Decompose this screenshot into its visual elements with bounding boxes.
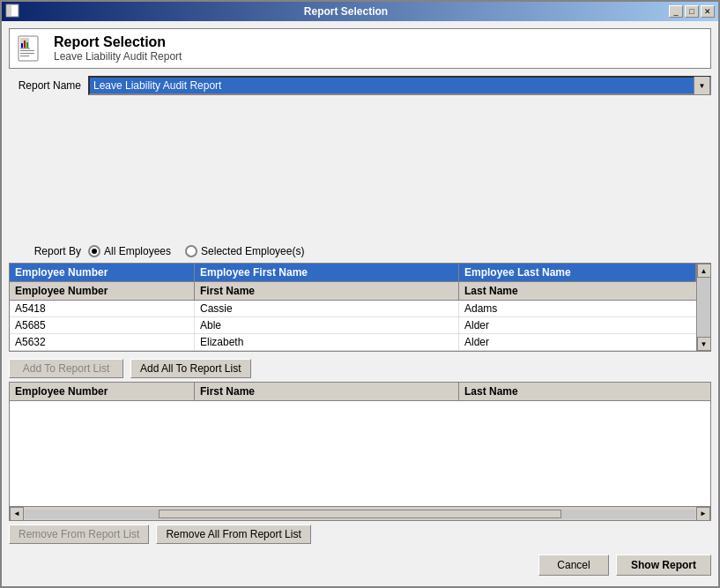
scroll-left-btn[interactable]: ◄ [10,507,24,521]
report-list-table-container: Employee Number First Name Last Name ◄ ► [9,382,711,521]
report-table-header: Employee Number First Name Last Name [10,383,710,401]
td-emp-number: A5685 [10,317,195,333]
report-name-row: Report Name Leave Liability Audit Report… [9,76,711,95]
svg-rect-8 [20,50,34,51]
title-bar-controls: _ □ ✕ [669,5,715,18]
svg-rect-6 [26,42,28,48]
radio-all-label: All Employees [104,245,171,257]
report-th-last-name: Last Name [459,383,710,400]
window-content: Report Selection Leave Liability Audit R… [2,21,718,586]
h-scroll-thumb [159,510,561,518]
remove-from-report-button[interactable]: Remove From Report List [9,525,149,544]
employee-table-main: Employee Number Employee First Name Empl… [10,264,696,351]
svg-rect-9 [20,53,34,54]
svg-rect-4 [21,43,23,48]
td-first-name: Cassie [195,301,459,316]
table-row[interactable]: A5685 Able Alder [10,317,696,334]
employee-table-selected-header: Employee Number Employee First Name Empl… [10,264,696,282]
window-icon [5,4,19,20]
radio-group: All Employees Selected Employee(s) [88,245,304,257]
td-first-name: Elizabeth [195,334,459,350]
header-subtitle: Leave Liability Audit Report [54,50,182,63]
report-name-label: Report Name [9,79,88,92]
td-emp-number: A5632 [10,334,195,350]
radio-selected-employees[interactable]: Selected Employee(s) [185,245,304,257]
header-title: Report Selection [54,34,182,50]
title-bar: Report Selection _ □ ✕ [2,2,718,21]
report-th-emp-number: Employee Number [10,383,195,400]
th-first-name: First Name [195,282,459,300]
add-buttons-row: Add To Report List Add All To Report Lis… [9,355,711,382]
scroll-up-btn[interactable]: ▲ [697,264,711,278]
close-button[interactable]: ✕ [701,5,715,18]
window-title: Report Selection [23,5,669,18]
employee-table-scrollbar[interactable]: ▲ ▼ [696,264,710,351]
header-text: Report Selection Leave Liability Audit R… [54,34,182,63]
radio-all-employees[interactable]: All Employees [88,245,171,257]
report-name-selected: Leave Liability Audit Report [90,78,694,93]
add-to-report-button[interactable]: Add To Report List [9,359,123,378]
employee-table-body[interactable]: A5418 Cassie Adams A5685 Able Alder A563… [10,301,696,351]
td-last-name: Adams [459,301,696,316]
action-buttons: Cancel Show Report [9,547,711,579]
report-name-arrow[interactable]: ▼ [694,77,709,94]
employee-table-container: Employee Number Employee First Name Empl… [9,263,711,352]
table-row[interactable]: A5632 Elizabeth Alder [10,334,696,351]
svg-rect-1 [7,5,11,16]
td-emp-number: A5418 [10,301,195,316]
table-row[interactable]: A5418 Cassie Adams [10,301,696,317]
th-emp-number-selected: Employee Number [10,264,195,281]
scroll-track [698,278,710,337]
svg-rect-10 [20,56,29,56]
remove-buttons-row: Remove From Report List Remove All From … [9,521,711,547]
th-last-name: Last Name [459,282,696,300]
td-last-name: Alder [459,317,696,333]
spacer-area [9,99,711,240]
report-by-row: Report By All Employees Selected Employe… [9,240,711,263]
cancel-button[interactable]: Cancel [538,555,609,576]
h-scrollbar[interactable]: ◄ ► [10,506,710,520]
report-table-body [10,401,710,506]
td-first-name: Able [195,317,459,333]
scroll-down-btn[interactable]: ▼ [697,337,711,351]
svg-rect-5 [24,41,26,48]
employee-table-sub-header: Employee Number First Name Last Name [10,282,696,301]
radio-selected-label: Selected Employee(s) [201,245,304,257]
report-th-first-name: First Name [195,383,459,400]
minimize-button[interactable]: _ [669,5,683,18]
maximize-button[interactable]: □ [685,5,699,18]
radio-selected-circle[interactable] [185,245,197,257]
radio-all-circle[interactable] [88,245,100,257]
remove-all-from-report-button[interactable]: Remove All From Report List [156,525,310,544]
scroll-right-btn[interactable]: ► [696,507,710,521]
h-scroll-track [25,510,695,518]
add-all-to-report-button[interactable]: Add All To Report List [130,359,251,378]
th-first-name-selected: Employee First Name [195,264,459,281]
show-report-button[interactable]: Show Report [616,555,711,576]
report-by-label: Report By [9,245,88,257]
th-emp-number: Employee Number [10,282,195,300]
header-section: Report Selection Leave Liability Audit R… [9,28,711,69]
report-icon [17,34,45,63]
td-last-name: Alder [459,334,696,350]
th-last-name-selected: Employee Last Name [459,264,696,281]
main-window: Report Selection _ □ ✕ [0,0,720,588]
report-name-dropdown[interactable]: Leave Liability Audit Report ▼ [88,76,711,95]
